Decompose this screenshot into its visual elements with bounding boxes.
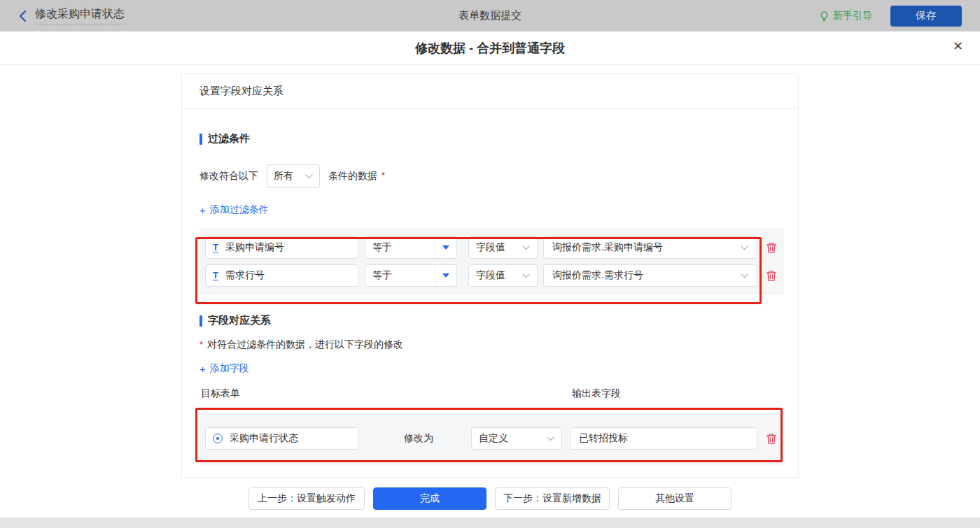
back-button[interactable]: 修改采购申请状态 [18,7,125,24]
filter-value-select[interactable]: 询报价需求.采购申请编号 [543,236,757,259]
filter-match-row: 修改符合以下 所有 条件的数据 * [200,164,783,188]
filter-operator-select[interactable]: 等于 [365,264,457,287]
beginner-guide-button[interactable]: 新手引导 [819,10,872,22]
add-field-label: 添加字段 [210,362,249,375]
required-asterisk: * [382,170,385,180]
other-settings-button[interactable]: 其他设置 [618,487,732,510]
modal-title: 修改数据 - 合并到普通字段 [415,40,565,57]
output-field-column-header: 输出表字段 [572,387,621,400]
close-icon[interactable]: ✕ [953,40,963,52]
filter-row: T 采购申请编号 等于 字段值 询报价需求.采购申请编号 [205,236,784,259]
filter-row: T 需求行号 等于 字段值 询报价需求.需求行号 [205,264,784,287]
mapping-table-header: 目标表单 输出表字段 [200,387,784,409]
operator-value: 等于 [365,241,435,254]
delete-row-icon[interactable] [766,242,777,254]
delete-row-icon[interactable] [766,270,777,282]
modify-data-modal: 修改数据 - 合并到普通字段 ✕ 设置字段对应关系 过滤条件 修改符合以下 所有… [0,31,980,518]
mapping-description: * 对符合过滤条件的数据，进行以下字段的修改 [200,338,783,351]
chevron-down-icon [547,436,554,441]
match-mode-value: 所有 [274,170,293,183]
card-title: 设置字段对应关系 [182,74,798,109]
done-button[interactable]: 完成 [373,487,486,510]
save-button[interactable]: 保存 [890,6,962,27]
chevron-down-icon [522,245,530,250]
section-accent-bar [200,315,202,327]
operator-caret[interactable] [435,265,456,286]
filter-field-value: 需求行号 [225,269,265,282]
value-mode-select[interactable]: 自定义 [471,427,562,450]
delete-row-icon[interactable] [766,433,777,445]
next-step-button[interactable]: 下一步：设置新增数据 [495,487,610,510]
workflow-node-title[interactable]: 修改采购申请状态 [35,7,125,24]
value-type-value: 字段值 [476,241,505,254]
operator-value: 等于 [365,269,435,282]
match-mode-select[interactable]: 所有 [267,164,320,188]
page-background-strip [0,518,980,528]
custom-value-input[interactable]: 已转招投标 [570,427,757,450]
plus-icon: + [200,204,206,216]
guide-label: 新手引导 [833,10,872,22]
filter-operator-select[interactable]: 等于 [365,236,457,259]
field-mapping-card: 设置字段对应关系 过滤条件 修改符合以下 所有 条件的数据 * [181,73,799,478]
add-field-link[interactable]: + 添加字段 [200,362,249,375]
filter-rows-panel: T 采购申请编号 等于 字段值 询报价需求.采购申请编号 [200,228,784,295]
filter-value: 询报价需求.需求行号 [552,269,643,282]
lightbulb-icon [819,10,830,22]
filter-field-select[interactable]: T 需求行号 [205,264,359,287]
custom-value-text: 已转招投标 [579,432,628,445]
top-bar: 修改采购申请状态 表单数据提交 新手引导 保存 [0,0,980,31]
mapping-description-text: 对符合过滤条件的数据，进行以下字段的修改 [207,338,403,351]
match-suffix-label: 条件的数据 [328,170,377,183]
mapping-section-title: 字段对应关系 [200,314,783,327]
filter-value-select[interactable]: 询报价需求.需求行号 [543,264,757,287]
mapping-rows-panel: 采购申请行状态 修改为 自定义 已转招投标 [200,413,784,465]
required-asterisk: * [200,339,203,350]
chevron-down-icon [741,245,748,250]
modify-to-label: 修改为 [404,432,471,445]
mapping-row: 采购申请行状态 修改为 自定义 已转招投标 [205,427,784,450]
plus-icon: + [200,363,206,375]
mapping-section-title-text: 字段对应关系 [208,314,271,327]
value-type-select[interactable]: 字段值 [468,236,538,259]
text-field-icon: T [213,271,218,281]
chevron-down-icon [741,273,748,278]
chevron-down-icon [522,273,530,278]
text-field-icon: T [213,243,218,253]
target-field-value: 采购申请行状态 [230,432,298,445]
filter-field-select[interactable]: T 采购申请编号 [205,236,359,259]
filter-value: 询报价需求.采购申请编号 [552,241,663,254]
triangle-down-icon [442,273,449,278]
prev-step-button[interactable]: 上一步：设置触发动作 [248,487,365,510]
chevron-down-icon [305,174,313,179]
filter-field-value: 采购申请编号 [225,241,284,254]
match-prefix-label: 修改符合以下 [200,170,258,183]
section-accent-bar [200,134,202,145]
filter-section-title: 过滤条件 [200,132,783,145]
add-filter-condition-link[interactable]: + 添加过滤条件 [200,204,269,216]
filter-section-title-text: 过滤条件 [208,132,250,145]
modal-footer: 上一步：设置触发动作 完成 下一步：设置新增数据 其他设置 [0,478,980,510]
add-filter-label: 添加过滤条件 [210,204,269,216]
triangle-down-icon [442,245,449,250]
value-mode-value: 自定义 [479,432,508,445]
back-chevron-icon [18,10,27,22]
radio-field-icon [213,434,223,443]
operator-caret[interactable] [435,237,456,258]
value-type-select[interactable]: 字段值 [468,264,538,287]
target-form-column-header: 目标表单 [201,387,572,400]
target-field-select[interactable]: 采购申请行状态 [205,427,359,450]
value-type-value: 字段值 [476,269,505,282]
modal-header: 修改数据 - 合并到普通字段 ✕ [0,31,980,65]
